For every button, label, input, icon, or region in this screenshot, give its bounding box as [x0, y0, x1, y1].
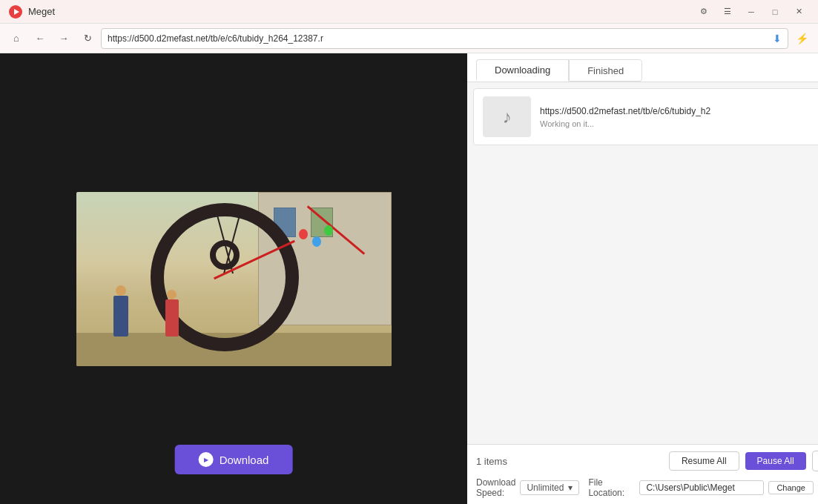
main-content: Download Downloading Finished ♪ https://… [0, 53, 818, 504]
speed-arrow: ▾ [568, 483, 573, 493]
download-tabs: Downloading Finished [467, 53, 818, 82]
speed-value: Unlimited [527, 483, 564, 493]
download-btn-icon [199, 452, 214, 467]
footer-top: 1 items Resume All Pause All 🗑 [476, 451, 818, 471]
balloon1 [299, 229, 308, 239]
download-btn-label: Download [220, 454, 269, 466]
download-button-container: Download [175, 445, 293, 474]
balloon3 [324, 225, 333, 236]
item-status: Working on it... [540, 119, 818, 128]
person1 [113, 296, 128, 336]
download-footer: 1 items Resume All Pause All 🗑 Download … [467, 444, 818, 504]
download-panel: Downloading Finished ♪ https://d500.d2me… [467, 53, 818, 504]
person2 [165, 299, 179, 336]
tab-finished[interactable]: Finished [569, 59, 642, 82]
footer-buttons: Resume All Pause All 🗑 [669, 451, 818, 471]
file-path-input[interactable] [639, 480, 764, 495]
back-button[interactable]: ← [30, 28, 50, 49]
file-location-row: File Location: Change 📁 [588, 477, 818, 498]
speed-select[interactable]: Unlimited ▾ [520, 480, 579, 495]
home-button[interactable]: ⌂ [6, 28, 27, 49]
app-icon [9, 5, 22, 19]
menu-button[interactable]: ☰ [717, 4, 738, 20]
speed-label: Download Speed: [476, 477, 515, 498]
item-thumbnail: ♪ [483, 96, 531, 137]
items-count: 1 items [476, 456, 507, 467]
settings-button[interactable]: ⚙ [693, 4, 714, 20]
download-list: ♪ https://d500.d2mefast.net/tb/e/c6/tubi… [467, 82, 818, 444]
location-label: File Location: [588, 477, 635, 498]
resume-all-button[interactable]: Resume All [669, 451, 739, 471]
bookmark-button[interactable]: ⚡ [791, 28, 812, 49]
browser-panel: Download [0, 53, 467, 504]
pause-all-button[interactable]: Pause All [745, 452, 806, 470]
minimize-button[interactable]: ─ [741, 4, 762, 20]
forward-button[interactable]: → [53, 28, 74, 49]
item-url: https://d500.d2mefast.net/tb/e/c6/tubidy… [540, 106, 818, 116]
download-item: ♪ https://d500.d2mefast.net/tb/e/c6/tubi… [473, 88, 818, 145]
music-icon: ♪ [503, 107, 512, 127]
title-bar: Meget ⚙ ☰ ─ □ ✕ [0, 0, 818, 24]
item-info: https://d500.d2mefast.net/tb/e/c6/tubidy… [540, 106, 818, 128]
tab-downloading[interactable]: Downloading [476, 59, 569, 82]
download-button[interactable]: Download [175, 445, 293, 474]
video-thumbnail [76, 192, 392, 366]
video-scene [76, 192, 392, 366]
change-button[interactable]: Change [768, 481, 814, 494]
balloon2 [312, 236, 321, 247]
address-bar[interactable]: https://d500.d2mefast.net/tb/e/c6/tubidy… [101, 28, 788, 49]
address-download-icon: ⬇ [773, 33, 782, 44]
address-text: https://d500.d2mefast.net/tb/e/c6/tubidy… [108, 33, 770, 44]
nav-bar: ⌂ ← → ↻ https://d500.d2mefast.net/tb/e/c… [0, 24, 818, 53]
maximize-button[interactable]: □ [765, 4, 785, 20]
close-button[interactable]: ✕ [788, 4, 809, 20]
speed-setting: Download Speed: Unlimited ▾ [476, 477, 579, 498]
footer-settings: Download Speed: Unlimited ▾ File Locatio… [476, 477, 818, 498]
reload-button[interactable]: ↻ [77, 28, 98, 49]
delete-button[interactable]: 🗑 [812, 451, 818, 471]
title-controls: ⚙ ☰ ─ □ ✕ [693, 4, 809, 20]
app-title: Meget [28, 6, 687, 17]
